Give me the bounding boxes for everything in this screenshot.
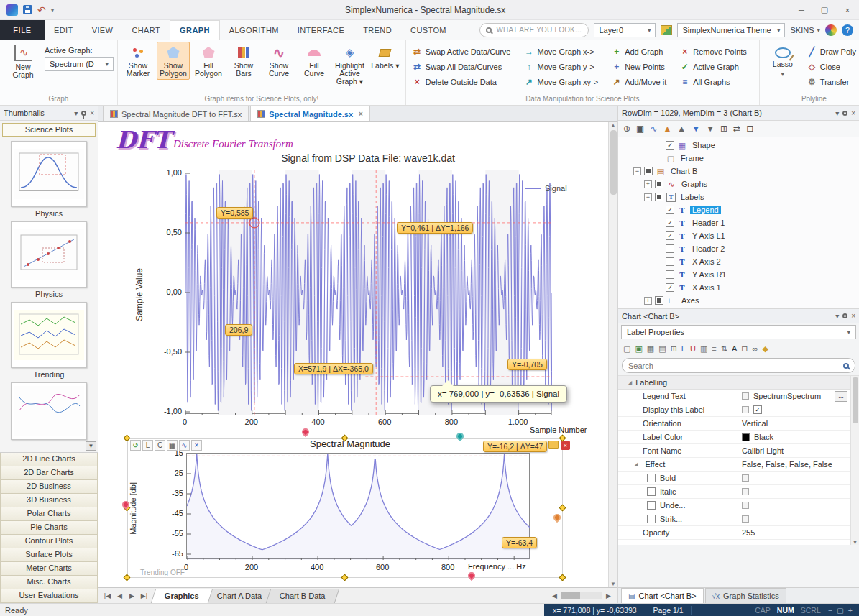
scrollbar-thumb[interactable]	[610, 130, 617, 195]
tree-checkbox[interactable]: ✓	[666, 206, 674, 214]
maximize-button[interactable]: ▢	[813, 0, 836, 19]
curve-preview-icon[interactable]: ∿	[650, 124, 657, 134]
link-icon[interactable]: ∞	[753, 344, 758, 353]
table-icon[interactable]: ▦	[647, 344, 654, 354]
document-tab-spectral-magnitude-dft-to-fft-sx[interactable]: Spectral Magnitude DFT to FFT.sx	[103, 106, 249, 121]
chart-annotation[interactable]: X=571,9 | ΔX=-365,0	[294, 363, 373, 374]
category-misc-charts[interactable]: Misc. Charts	[0, 576, 98, 589]
panel-tab-chart-chart-b[interactable]: ▤Chart <Chart B>	[621, 588, 704, 603]
tree-checkbox[interactable]	[655, 193, 663, 201]
print-icon[interactable]: ≡	[712, 344, 716, 353]
draw-poly-button[interactable]: ╱Draw Poly	[804, 44, 859, 59]
layer-select[interactable]: Layer0▾	[594, 23, 656, 37]
legend-icon[interactable]: L	[681, 344, 686, 353]
last-sheet-button[interactable]: ▶|	[138, 592, 150, 599]
sort-icon[interactable]: ⇅	[721, 344, 727, 354]
flag-icon[interactable]	[742, 406, 749, 413]
tree-collapse-icon[interactable]: −	[633, 167, 641, 175]
chart-b-x-axis-label[interactable]: Frequency ... Hz	[468, 562, 526, 571]
tree-item-shape[interactable]: ✓▦Shape	[618, 139, 859, 152]
fill-curve-button[interactable]: Fill Curve	[298, 42, 331, 80]
checkbox[interactable]	[647, 487, 656, 496]
sort-down-icon[interactable]: ▼	[706, 124, 715, 134]
insert-table-icon[interactable]: ⊞	[720, 124, 727, 134]
add-graph-button[interactable]: +Add Graph	[609, 44, 669, 59]
chevron-down-icon[interactable]: ▾	[74, 109, 78, 117]
tree-checkbox[interactable]: ✓	[666, 283, 674, 292]
scroll-right-icon[interactable]: ▶	[602, 592, 615, 599]
first-sheet-button[interactable]: |◀	[101, 592, 114, 599]
chart-a-plot-area[interactable]	[185, 170, 551, 414]
palette-icon[interactable]	[825, 24, 837, 36]
flag-icon[interactable]	[742, 502, 749, 509]
value-checkbox[interactable]: ✓	[753, 405, 762, 414]
tree-item-chart-b[interactable]: −▤Chart B	[618, 165, 859, 178]
file-tab[interactable]: FILE	[0, 20, 45, 40]
chart-a-title[interactable]: Signal from DSP Data File: wave1k.dat	[185, 152, 551, 164]
tree-checkbox[interactable]: ✓	[666, 219, 674, 227]
tree-collapse-icon[interactable]: −	[644, 193, 652, 201]
move-down-icon[interactable]: ▼	[692, 124, 700, 134]
tree-item-header-1[interactable]: ✓THeader 1	[618, 216, 859, 229]
chart-panel-header[interactable]: Chart <Chart B> ▾ ×	[618, 308, 859, 323]
underline-icon[interactable]: U	[690, 344, 696, 353]
tree-item-y-axis-l1[interactable]: ✓TY Axis L1	[618, 229, 859, 242]
tree-item-x-axis-1[interactable]: ✓TX Axis 1	[618, 281, 859, 294]
save-icon[interactable]	[23, 5, 32, 14]
font-icon[interactable]: A	[732, 344, 737, 353]
remove-points-button[interactable]: ×Remove Points	[677, 44, 750, 59]
category-pie-charts[interactable]: Pie Charts	[0, 521, 98, 535]
document-canvas[interactable]: DFT Discrete Fourier Transform Signal fr…	[98, 122, 608, 587]
lasso-button[interactable]: Lasso ▾	[763, 42, 802, 81]
menu-tab-chart[interactable]: CHART	[122, 20, 170, 40]
panel-tab-graph-statistics[interactable]: √xGraph Statistics	[705, 588, 786, 603]
more-button[interactable]: ...	[835, 391, 847, 402]
menu-tab-graph[interactable]: GRAPH	[170, 20, 220, 40]
curve-icon[interactable]: ∿	[179, 440, 190, 451]
undo-icon[interactable]: ↶	[37, 5, 46, 15]
active-graph-select[interactable]: Spectrum (D▾	[45, 57, 114, 71]
delete-outside-button[interactable]: ×Delete Outside Data	[410, 74, 514, 89]
thumbnail-physics[interactable]	[11, 141, 87, 207]
property-search[interactable]	[622, 358, 855, 373]
reset-view-icon[interactable]: ↺	[130, 440, 141, 451]
category-user-evaluations[interactable]: User Evaluations	[0, 589, 98, 603]
property-section-labelling[interactable]: ◢Labelling	[618, 376, 850, 390]
zoom-data-icon[interactable]: ⊕	[623, 124, 630, 134]
menu-tab-interface[interactable]: INTERFACE	[288, 20, 354, 40]
tree-checkbox[interactable]	[655, 296, 663, 305]
pin-icon[interactable]	[81, 111, 86, 116]
category-meter-charts[interactable]: Meter Charts	[0, 562, 98, 576]
menu-tab-edit[interactable]: EDIT	[45, 20, 83, 40]
close-poly-button[interactable]: ◇Close	[804, 59, 859, 74]
selection-handle[interactable]	[559, 574, 566, 581]
thumbnail-trending[interactable]	[11, 302, 87, 368]
chart-annotation[interactable]: Y=0,585	[216, 207, 253, 219]
tree-checkbox[interactable]	[655, 180, 663, 188]
zoom-controls[interactable]: −▢+	[828, 606, 859, 615]
transfer-button[interactable]: ⚙Transfer	[804, 74, 859, 89]
new-points-button[interactable]: +New Points	[609, 59, 669, 74]
pin-icon[interactable]	[842, 313, 847, 318]
all-graphs-button[interactable]: ≡All Graphs	[677, 74, 750, 89]
copy-icon[interactable]: C	[155, 440, 165, 451]
tree-item-legend[interactable]: ✓TLegend	[618, 203, 859, 216]
chevron-down-icon[interactable]: ▾	[835, 312, 839, 320]
scroll-down-icon[interactable]: ▼	[610, 581, 616, 587]
folder-icon[interactable]	[548, 441, 559, 449]
layers-icon[interactable]	[661, 25, 672, 35]
fill-polygon-button[interactable]: Fill Polygon	[192, 42, 225, 80]
ribbon-search[interactable]	[479, 23, 589, 37]
minimize-button[interactable]: ─	[790, 0, 813, 19]
swap-active-button[interactable]: ⇄Swap Active Data/Curve	[410, 44, 514, 59]
tree-checkbox[interactable]: ✓	[666, 231, 674, 240]
menu-tab-view[interactable]: VIEW	[83, 20, 123, 40]
image-icon[interactable]: ▣	[635, 344, 642, 354]
skins-menu[interactable]: SKINS▾	[790, 26, 820, 35]
hscroll-thumb[interactable]	[561, 592, 580, 599]
tree-checkbox[interactable]: ✓	[666, 141, 674, 150]
flag-icon[interactable]	[742, 515, 749, 523]
show-bars-button[interactable]: Show Bars	[227, 42, 260, 80]
help-icon[interactable]: ?	[842, 24, 853, 36]
collapse-icon[interactable]: ⊟	[741, 344, 748, 354]
